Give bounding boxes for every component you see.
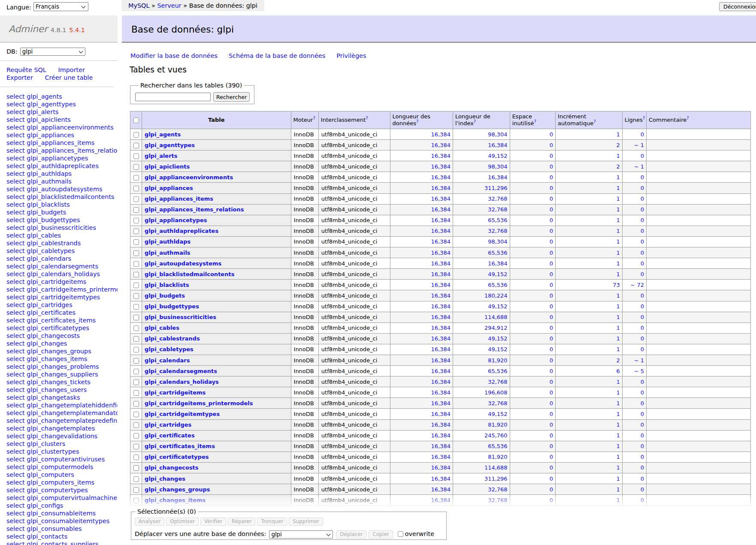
cell-rows-link[interactable]: 0: [641, 314, 644, 320]
sidebar-table-link[interactable]: glpi_appliancetypes: [27, 155, 88, 162]
overwrite-label[interactable]: overwrite: [405, 530, 434, 537]
row-checkbox[interactable]: [133, 207, 139, 213]
row-checkbox[interactable]: [133, 444, 139, 449]
cell-data-free-link[interactable]: 0: [550, 314, 553, 320]
cell-data-length-link[interactable]: 16,384: [431, 217, 451, 223]
cell-data-free-link[interactable]: 0: [550, 153, 553, 159]
row-checkbox[interactable]: [133, 283, 139, 288]
cell-data-length-link[interactable]: 16,384: [431, 142, 451, 148]
analyser-button[interactable]: Analyser: [135, 518, 164, 526]
sidebar-select-link[interactable]: select: [6, 440, 25, 447]
sidebar-select-link[interactable]: select: [6, 139, 25, 146]
cell-index-length-link[interactable]: 16,384: [488, 142, 508, 148]
sidebar-select-link[interactable]: select: [6, 348, 25, 355]
sidebar-table-link[interactable]: glpi_businesscriticities: [27, 224, 96, 231]
cell-index-length-link[interactable]: 81,920: [488, 357, 508, 364]
sidebar-select-link[interactable]: select: [6, 286, 25, 293]
cell-rows-link[interactable]: ~ 72: [630, 282, 644, 288]
table-name-link[interactable]: glpi_changes: [145, 476, 185, 482]
cell-rows-link[interactable]: 0: [641, 400, 644, 406]
sidebar-select-link[interactable]: select: [6, 240, 25, 247]
sidebar-table-link[interactable]: glpi_authmails: [27, 178, 72, 185]
cell-rows-link[interactable]: 0: [641, 303, 644, 310]
sidebar-table-link[interactable]: glpi_changes_users: [27, 386, 87, 393]
cell-index-length-link[interactable]: 65,536: [488, 217, 508, 223]
sidebar-select-link[interactable]: select: [6, 247, 25, 254]
cell-data-free-link[interactable]: 0: [550, 432, 553, 439]
cell-auto-increment-link[interactable]: 1: [616, 335, 620, 342]
sidebar-table-link[interactable]: glpi_blacklistedmailcontents: [27, 193, 114, 200]
cell-data-free-link[interactable]: 0: [550, 217, 553, 223]
cell-auto-increment-link[interactable]: 1: [616, 422, 620, 428]
cell-data-length-link[interactable]: 16,384: [431, 486, 451, 493]
sidebar-select-link[interactable]: select: [6, 479, 25, 486]
sidebar-table-link[interactable]: glpi_cartridges: [27, 301, 72, 308]
cell-rows-link[interactable]: 0: [641, 389, 644, 396]
cell-data-length-link[interactable]: 16,384: [431, 131, 451, 138]
alter-database-link[interactable]: Modifier la base de données: [130, 52, 218, 59]
table-name-link[interactable]: glpi_cartridgeitemtypes: [145, 411, 220, 417]
cell-data-free-link[interactable]: 0: [550, 206, 553, 213]
cell-data-length-link[interactable]: 16,384: [431, 379, 451, 385]
cell-data-length-link[interactable]: 16,384: [431, 238, 451, 245]
cell-auto-increment-link[interactable]: 1: [616, 271, 620, 277]
cell-data-length-link[interactable]: 16,384: [431, 303, 451, 310]
sidebar-select-link[interactable]: select: [6, 340, 25, 347]
table-name-link[interactable]: glpi_budgets: [145, 292, 185, 299]
row-checkbox[interactable]: [133, 272, 139, 277]
table-name-link[interactable]: glpi_changes_groups: [145, 486, 210, 493]
sidebar-select-link[interactable]: select: [6, 301, 25, 308]
table-name-link[interactable]: glpi_changecosts: [145, 464, 198, 471]
sidebar-table-link[interactable]: glpi_computers: [27, 471, 74, 478]
sidebar-select-link[interactable]: select: [6, 108, 25, 115]
cell-rows-link[interactable]: ~ 1: [634, 163, 644, 170]
table-name-link[interactable]: glpi_calendars_holidays: [145, 379, 219, 385]
sidebar-table-link[interactable]: glpi_cables: [27, 232, 61, 239]
table-name-link[interactable]: glpi_agenttypes: [145, 142, 195, 148]
table-name-link[interactable]: glpi_alerts: [145, 153, 177, 159]
cell-auto-increment-link[interactable]: 1: [616, 292, 620, 299]
cell-rows-link[interactable]: ~ 1: [634, 357, 644, 364]
cell-index-length-link[interactable]: 81,920: [488, 454, 508, 460]
cell-index-length-link[interactable]: 16,384: [488, 260, 508, 267]
help-icon[interactable]: ?: [416, 119, 418, 124]
cell-rows-link[interactable]: 0: [641, 443, 644, 449]
cell-data-length-link[interactable]: 16,384: [431, 335, 451, 342]
table-name-link[interactable]: glpi_appliancetypes: [145, 217, 207, 223]
cell-rows-link[interactable]: 0: [641, 292, 644, 299]
sidebar-select-link[interactable]: select: [6, 309, 25, 316]
cell-auto-increment-link[interactable]: 1: [616, 206, 620, 213]
cell-data-free-link[interactable]: 0: [550, 292, 553, 299]
sidebar-table-link[interactable]: glpi_changes: [27, 340, 67, 347]
cell-rows-link[interactable]: 0: [641, 335, 644, 342]
new-version-link[interactable]: 5.4.1: [69, 27, 85, 33]
cell-rows-link[interactable]: 0: [641, 238, 644, 245]
sidebar-table-link[interactable]: glpi_cablestrands: [27, 240, 81, 247]
cell-auto-increment-link[interactable]: 1: [616, 400, 620, 406]
db-select[interactable]: glpi: [20, 48, 85, 56]
verifier-button[interactable]: Vérifier: [200, 518, 226, 526]
sidebar-table-link[interactable]: glpi_contacts_suppliers: [27, 541, 98, 545]
cell-data-length-link[interactable]: 16,384: [431, 389, 451, 396]
cell-auto-increment-link[interactable]: 1: [616, 228, 620, 234]
cell-data-free-link[interactable]: 0: [550, 228, 553, 234]
cell-rows-link[interactable]: ~ 5: [634, 368, 644, 374]
sidebar-select-link[interactable]: select: [6, 402, 25, 409]
table-name-link[interactable]: glpi_certificatetypes: [145, 454, 209, 460]
cell-rows-link[interactable]: 0: [641, 196, 644, 202]
row-checkbox[interactable]: [133, 465, 139, 471]
cell-rows-link[interactable]: 0: [641, 250, 644, 256]
sidebar-select-link[interactable]: select: [6, 533, 25, 540]
table-name-link[interactable]: glpi_authldaps: [145, 238, 191, 245]
table-name-link[interactable]: glpi_cartridgeitems: [145, 389, 206, 396]
cell-rows-link[interactable]: 0: [641, 476, 644, 482]
table-name-link[interactable]: glpi_certificates_items: [145, 443, 215, 449]
sidebar-table-link[interactable]: glpi_changetemplatemandatoryfields: [27, 410, 118, 416]
sidebar-table-link[interactable]: glpi_changes_items: [27, 355, 87, 362]
table-name-link[interactable]: glpi_calendars: [145, 357, 190, 364]
cell-data-free-link[interactable]: 0: [550, 411, 553, 417]
table-name-link[interactable]: glpi_certificates: [145, 432, 195, 439]
row-checkbox[interactable]: [133, 164, 139, 170]
cell-auto-increment-link[interactable]: 1: [616, 379, 620, 385]
cell-auto-increment-link[interactable]: 1: [616, 185, 620, 191]
